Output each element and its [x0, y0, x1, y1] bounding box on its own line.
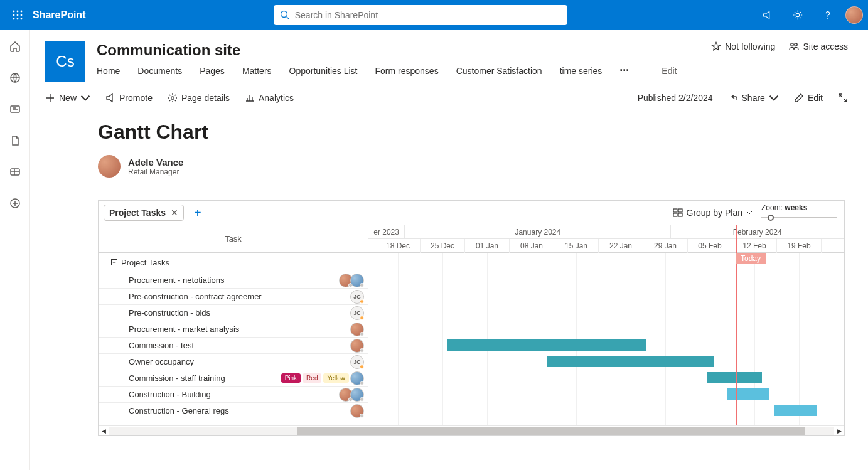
expand-button[interactable]	[838, 93, 848, 103]
presence-icon	[360, 414, 364, 418]
site-nav-item[interactable]: Home	[97, 66, 120, 76]
author-role: Retail Manager	[128, 168, 183, 176]
task-row[interactable]: Procurement - netotiations	[99, 272, 368, 288]
close-tab-icon[interactable]: ✕	[171, 208, 178, 218]
gantt-bar[interactable]	[774, 405, 817, 416]
gantt-bar[interactable]	[547, 356, 714, 367]
author-avatar[interactable]	[98, 155, 121, 178]
gantt-bar[interactable]	[707, 372, 762, 383]
svg-point-12	[827, 18, 828, 19]
zoom-control[interactable]: Zoom: weeks	[761, 203, 837, 222]
svg-point-8	[21, 18, 23, 20]
search-box[interactable]	[274, 5, 567, 25]
svg-point-11	[796, 13, 799, 16]
task-row[interactable]: Construction - Building	[99, 386, 368, 402]
svg-point-6	[13, 18, 15, 20]
not-following-action[interactable]: Not following	[711, 41, 775, 51]
svg-rect-15	[11, 169, 19, 175]
help-icon[interactable]	[815, 3, 840, 28]
globe-icon[interactable]	[5, 68, 25, 88]
site-logo[interactable]: Cs	[45, 41, 85, 82]
task-row[interactable]: Commission - staff trainingPinkRedYellow	[99, 370, 368, 386]
timeline[interactable]: er 2023January 2024February 2024 18 Dec2…	[368, 225, 844, 425]
assignee-avatar[interactable]	[350, 323, 364, 336]
left-rail	[0, 30, 30, 470]
assignee-avatar[interactable]: JC	[350, 355, 364, 369]
task-row[interactable]: Construction - General regs	[99, 402, 368, 419]
task-tag: Yellow	[323, 373, 349, 383]
site-title[interactable]: Communication site	[97, 41, 711, 59]
author-name: Adele Vance	[128, 157, 183, 168]
svg-point-1	[17, 11, 19, 13]
assignee-avatar[interactable]	[350, 274, 364, 287]
svg-line-10	[286, 17, 289, 20]
file-icon[interactable]	[5, 131, 25, 151]
task-group-row[interactable]: − Project Tasks	[99, 253, 368, 272]
analytics-button[interactable]: Analytics	[245, 93, 294, 103]
presence-icon	[360, 332, 364, 336]
assignee-avatar[interactable]: JC	[350, 306, 364, 320]
assignee-avatar[interactable]	[350, 371, 364, 385]
user-avatar[interactable]	[845, 6, 863, 24]
horizontal-scrollbar[interactable]: ◀ ▶	[99, 425, 844, 435]
task-name: Owner occupancy	[129, 357, 353, 366]
timeline-month: er 2023	[368, 225, 405, 238]
presence-icon	[360, 348, 364, 353]
assignee-avatar[interactable]	[350, 339, 364, 353]
collapse-icon[interactable]: −	[111, 259, 117, 265]
task-row[interactable]: Pre-construction - contract agreemerJC	[99, 288, 368, 304]
gantt-bar[interactable]	[447, 339, 646, 351]
presence-icon	[360, 283, 364, 287]
search-input[interactable]	[295, 10, 561, 20]
chevron-down-icon	[746, 210, 753, 216]
suite-title[interactable]: SharePoint	[33, 9, 85, 21]
page-details-button[interactable]: Page details	[168, 93, 230, 103]
svg-point-3	[13, 14, 15, 16]
assignee-avatar[interactable]: JC	[350, 290, 364, 304]
svg-point-18	[795, 43, 797, 46]
task-row[interactable]: Owner occupancyJC	[99, 353, 368, 370]
add-tab-button[interactable]: +	[190, 206, 205, 220]
site-nav: HomeDocumentsPagesMattersOpportunities L…	[97, 64, 711, 77]
gantt-bar[interactable]	[727, 388, 769, 400]
assignee-avatar[interactable]	[350, 388, 364, 402]
svg-point-2	[21, 11, 23, 13]
site-nav-item[interactable]: Form responses	[375, 66, 439, 76]
share-button[interactable]: Share	[728, 93, 779, 103]
scroll-left-icon[interactable]: ◀	[99, 426, 109, 436]
site-nav-item[interactable]: Documents	[137, 66, 182, 76]
gantt-tab[interactable]: Project Tasks ✕	[104, 205, 184, 221]
site-nav-item[interactable]: Customer Satisfaction	[456, 66, 542, 76]
task-row[interactable]: Procurement - market analysis	[99, 321, 368, 337]
assignee-avatar[interactable]	[350, 404, 364, 418]
settings-icon[interactable]	[785, 3, 810, 28]
news-icon[interactable]	[5, 99, 25, 119]
timeline-day: 01 Jan	[465, 239, 510, 253]
edit-button[interactable]: Edit	[794, 93, 823, 103]
site-nav-item[interactable]: Matters	[242, 66, 272, 76]
timeline-day: 22 Jan	[599, 239, 643, 253]
list-icon[interactable]	[5, 162, 25, 182]
zoom-slider[interactable]	[761, 213, 837, 222]
task-row[interactable]: Commission - test	[99, 337, 368, 353]
new-button[interactable]: New	[45, 93, 90, 103]
promote-button[interactable]: Promote	[105, 93, 153, 103]
megaphone-icon[interactable]	[755, 3, 780, 28]
scroll-right-icon[interactable]: ▶	[834, 426, 844, 436]
task-tag: Pink	[281, 373, 301, 383]
group-by-button[interactable]: Group by Plan	[673, 208, 753, 218]
presence-icon	[360, 316, 364, 320]
timeline-day: 12 Feb	[732, 239, 777, 253]
site-access-action[interactable]: Site access	[789, 41, 848, 51]
task-row[interactable]: Pre-construction - bidsJC	[99, 304, 368, 321]
app-launcher[interactable]	[5, 3, 30, 28]
site-nav-more[interactable]: ···	[619, 64, 629, 77]
task-name: Pre-construction - contract agreemer	[129, 292, 353, 301]
site-header: Cs Communication site HomeDocumentsPages…	[30, 30, 868, 82]
site-nav-edit[interactable]: Edit	[662, 66, 677, 76]
add-icon[interactable]	[5, 193, 25, 213]
site-nav-item[interactable]: Pages	[200, 66, 225, 76]
site-nav-item[interactable]: Opportunities List	[289, 66, 358, 76]
site-nav-item[interactable]: time series	[560, 66, 603, 76]
home-icon[interactable]	[5, 36, 25, 56]
